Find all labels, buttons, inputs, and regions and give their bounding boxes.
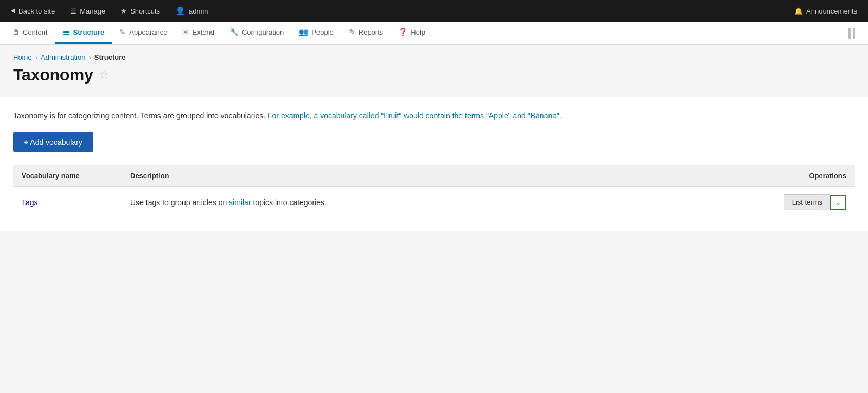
operations-group: List terms ⌄ xyxy=(777,194,846,210)
col-header-operations: Operations xyxy=(768,165,855,187)
back-to-site-label: Back to site xyxy=(18,7,55,15)
col-header-name: Vocabulary name xyxy=(13,165,122,187)
bell-icon: 🔔 xyxy=(794,7,803,15)
page-title: Taxonomy xyxy=(13,66,93,84)
sidebar-toggle-bar2 xyxy=(853,28,855,39)
taxonomy-description: Taxonomy is for categorizing content. Te… xyxy=(13,110,855,122)
col-header-description: Description xyxy=(122,165,768,187)
breadcrumb-home[interactable]: Home xyxy=(13,53,32,61)
desc-similar-link[interactable]: similar xyxy=(229,198,251,207)
structure-icon: ⚌ xyxy=(63,28,70,36)
vocab-desc-text: Use tags to group articles on similar to… xyxy=(130,198,327,207)
reports-icon: ✎ xyxy=(349,28,355,36)
table-row: Tags Use tags to group articles on simil… xyxy=(13,187,855,218)
people-icon: 👥 xyxy=(299,28,308,36)
nav-content[interactable]: 🗎 Content xyxy=(4,22,55,44)
secondary-nav-right xyxy=(844,28,864,39)
announcements-btn[interactable]: 🔔 Announcements xyxy=(788,0,864,22)
vocab-description: Use tags to group articles on similar to… xyxy=(122,187,768,218)
add-vocabulary-button[interactable]: + Add vocabulary xyxy=(13,132,93,152)
desc-link[interactable]: For example, a vocabulary called "Fruit"… xyxy=(267,111,561,120)
admin-bar-right: 🔔 Announcements xyxy=(788,0,864,22)
nav-extend[interactable]: ✉ Extend xyxy=(175,22,221,44)
back-to-site-btn[interactable]: Back to site xyxy=(4,0,61,22)
nav-help[interactable]: ❓ Help xyxy=(391,22,433,44)
main-content: Taxonomy is for categorizing content. Te… xyxy=(0,97,868,231)
announcements-label: Announcements xyxy=(806,7,857,15)
content-icon: 🗎 xyxy=(12,28,20,36)
star-icon: ★ xyxy=(120,7,127,15)
vocab-name: Tags xyxy=(13,187,122,218)
breadcrumb-administration[interactable]: Administration xyxy=(41,53,85,61)
vocab-operations: List terms ⌄ xyxy=(768,187,855,218)
admin-bar: Back to site ☰ Manage ★ Shortcuts 👤 admi… xyxy=(0,0,868,22)
shortcuts-label: Shortcuts xyxy=(130,7,160,15)
nav-appearance[interactable]: ✎ Appearance xyxy=(112,22,175,44)
sidebar-toggle[interactable] xyxy=(844,28,859,39)
admin-btn[interactable]: 👤 admin xyxy=(169,0,214,22)
nav-structure[interactable]: ⚌ Structure xyxy=(55,22,112,44)
manage-label: Manage xyxy=(80,7,105,15)
breadcrumb: Home › Administration › Structure xyxy=(0,45,868,64)
nav-help-label: Help xyxy=(411,28,425,36)
person-icon: 👤 xyxy=(175,6,186,16)
breadcrumb-sep2: › xyxy=(88,53,91,61)
table-header-row: Vocabulary name Description Operations xyxy=(13,165,855,187)
secondary-nav-left: 🗎 Content ⚌ Structure ✎ Appearance ✉ Ext… xyxy=(4,22,433,44)
page-title-area: Taxonomy ☆ xyxy=(0,64,868,97)
breadcrumb-sep1: › xyxy=(35,53,37,61)
nav-reports[interactable]: ✎ Reports xyxy=(341,22,391,44)
arrow-left-icon xyxy=(11,8,15,14)
breadcrumb-current: Structure xyxy=(94,53,126,61)
appearance-icon: ✎ xyxy=(119,28,126,36)
list-terms-button[interactable]: List terms xyxy=(784,194,830,210)
nav-extend-label: Extend xyxy=(192,28,214,36)
nav-content-label: Content xyxy=(23,28,48,36)
hamburger-icon: ☰ xyxy=(70,7,76,15)
nav-configuration[interactable]: 🔧 Configuration xyxy=(222,22,291,44)
sidebar-toggle-bar1 xyxy=(848,28,851,39)
manage-btn[interactable]: ☰ Manage xyxy=(63,0,112,22)
favorite-star-icon[interactable]: ☆ xyxy=(99,68,110,82)
help-icon: ❓ xyxy=(398,28,407,36)
table-body: Tags Use tags to group articles on simil… xyxy=(13,187,855,218)
nav-reports-label: Reports xyxy=(359,28,384,36)
shortcuts-btn[interactable]: ★ Shortcuts xyxy=(114,0,167,22)
extend-icon: ✉ xyxy=(182,28,189,36)
secondary-nav: 🗎 Content ⚌ Structure ✎ Appearance ✉ Ext… xyxy=(0,22,868,45)
config-icon: 🔧 xyxy=(229,28,239,36)
nav-configuration-label: Configuration xyxy=(242,28,284,36)
nav-appearance-label: Appearance xyxy=(129,28,167,36)
nav-people[interactable]: 👥 People xyxy=(291,22,341,44)
vocabulary-table: Vocabulary name Description Operations T… xyxy=(13,165,855,218)
vocab-name-link[interactable]: Tags xyxy=(22,198,38,207)
admin-label: admin xyxy=(189,7,208,15)
nav-structure-label: Structure xyxy=(73,28,105,36)
admin-bar-left: Back to site ☰ Manage ★ Shortcuts 👤 admi… xyxy=(4,0,215,22)
table-header: Vocabulary name Description Operations xyxy=(13,165,855,187)
operations-dropdown-button[interactable]: ⌄ xyxy=(830,195,846,210)
nav-people-label: People xyxy=(311,28,333,36)
